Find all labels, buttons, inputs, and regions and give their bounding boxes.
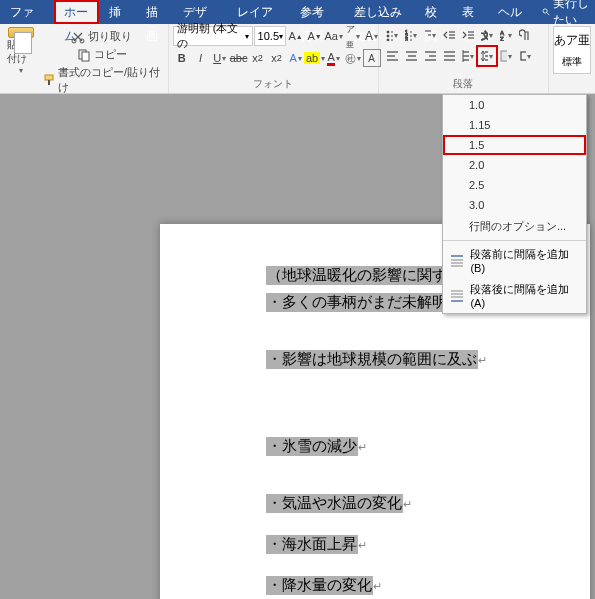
borders-button[interactable] xyxy=(516,47,534,65)
phonetic-guide-button[interactable]: ア亜 xyxy=(344,27,362,45)
svg-rect-7 xyxy=(48,80,50,85)
line-spacing-2.5[interactable]: 2.5 xyxy=(443,175,586,195)
font-family-select[interactable]: 游明朝 (本文の▾ xyxy=(173,26,253,46)
line-spacing-button[interactable] xyxy=(478,47,496,65)
tab-review[interactable]: 校閲 xyxy=(415,0,452,24)
shrink-font-button[interactable]: A▼ xyxy=(306,27,324,45)
align-justify-button[interactable] xyxy=(440,47,458,65)
tab-help[interactable]: ヘルプ xyxy=(488,0,533,24)
line-spacing-1.5[interactable]: 1.5 xyxy=(443,135,586,155)
group-font: 游明朝 (本文の▾ 10.5▾ A▲ A▼ Aa ア亜 A B I U abc … xyxy=(169,24,379,93)
svg-text:3: 3 xyxy=(405,37,408,41)
shading-button[interactable] xyxy=(497,47,515,65)
paste-button[interactable]: 貼り付け xyxy=(4,26,37,76)
svg-text:文: 文 xyxy=(481,30,488,41)
svg-rect-54 xyxy=(501,51,507,61)
add-space-after[interactable]: 段落後に間隔を追加(A) xyxy=(443,278,586,313)
tab-home[interactable]: ホーム xyxy=(54,0,99,24)
format-painter-icon xyxy=(42,73,55,87)
format-painter-button[interactable]: 書式のコピー/貼り付け xyxy=(39,64,163,96)
font-color-button[interactable]: A xyxy=(325,49,343,67)
align-right-button[interactable] xyxy=(421,47,439,65)
line-spacing-dropdown: 1.0 1.15 1.5 2.0 2.5 3.0 行間のオプション... 段落前… xyxy=(442,94,587,314)
tab-mailings[interactable]: 差し込み文書 xyxy=(344,0,415,24)
underline-button[interactable]: U xyxy=(211,49,229,67)
sort-button[interactable]: AZ xyxy=(497,26,515,44)
decrease-indent-button[interactable] xyxy=(440,26,458,44)
svg-line-1 xyxy=(547,13,550,16)
tab-view[interactable]: 表示 xyxy=(452,0,489,24)
bold-button[interactable]: B xyxy=(173,49,191,67)
document-line[interactable]: ・氷雪の減少 xyxy=(266,437,358,456)
svg-point-8 xyxy=(387,31,389,33)
svg-point-0 xyxy=(543,9,547,13)
group-styles: あア亜 標準 xyxy=(549,24,595,93)
space-before-icon xyxy=(449,254,464,268)
align-center-button[interactable] xyxy=(402,47,420,65)
change-case-button[interactable]: Aa xyxy=(325,27,343,45)
document-line[interactable]: ・影響は地球規模の範囲に及ぶ xyxy=(266,350,478,369)
numbering-button[interactable]: 123 xyxy=(402,26,420,44)
svg-point-12 xyxy=(387,39,389,41)
paste-icon xyxy=(8,27,34,38)
group-paragraph: 123 文 AZ 段落 xyxy=(379,24,549,93)
enclose-char-button[interactable]: ㊓ xyxy=(344,49,362,67)
line-spacing-options[interactable]: 行間のオプション... xyxy=(443,215,586,238)
search-icon xyxy=(542,6,550,18)
group-clipboard: 貼り付け 切り取り コピー 書式のコピー/貼り付け クリップボード xyxy=(0,24,169,93)
ribbon-tabs: ファイル ホーム 挿入 描画 デザイン レイアウト 参考資料 差し込み文書 校閲… xyxy=(0,0,595,24)
text-effects-button[interactable]: A xyxy=(287,49,305,67)
bullets-button[interactable] xyxy=(383,26,401,44)
tab-draw[interactable]: 描画 xyxy=(136,0,173,24)
svg-rect-6 xyxy=(45,75,53,80)
highlight-button[interactable]: ab xyxy=(306,49,324,67)
group-label-font: フォント xyxy=(173,75,374,93)
style-normal[interactable]: あア亜 標準 xyxy=(553,26,591,74)
italic-button[interactable]: I xyxy=(192,49,210,67)
document-line[interactable]: ・降水量の変化 xyxy=(266,576,373,595)
cut-icon xyxy=(71,30,85,44)
subscript-button[interactable]: x2 xyxy=(249,49,267,67)
document-area: 1.0 1.15 1.5 2.0 2.5 3.0 行間のオプション... 段落前… xyxy=(0,94,595,599)
add-space-before[interactable]: 段落前に間隔を追加(B) xyxy=(443,243,586,278)
multilevel-list-button[interactable] xyxy=(421,26,439,44)
svg-rect-5 xyxy=(82,52,89,61)
font-size-select[interactable]: 10.5▾ xyxy=(254,26,286,46)
tab-insert[interactable]: 挿入 xyxy=(99,0,136,24)
strikethrough-button[interactable]: abc xyxy=(230,49,248,67)
document-line[interactable]: ・気温や水温の変化 xyxy=(266,494,403,513)
text-direction-button[interactable]: 文 xyxy=(478,26,496,44)
line-spacing-1.0[interactable]: 1.0 xyxy=(443,95,586,115)
line-spacing-2.0[interactable]: 2.0 xyxy=(443,155,586,175)
line-spacing-3.0[interactable]: 3.0 xyxy=(443,195,586,215)
grow-font-button[interactable]: A▲ xyxy=(287,27,305,45)
svg-text:Z: Z xyxy=(500,36,504,41)
tab-file[interactable]: ファイル xyxy=(0,0,54,24)
cut-button[interactable]: 切り取り xyxy=(39,28,163,45)
svg-rect-55 xyxy=(521,52,526,60)
distribute-button[interactable] xyxy=(459,47,477,65)
align-left-button[interactable] xyxy=(383,47,401,65)
space-after-icon xyxy=(449,289,464,303)
copy-button[interactable]: コピー xyxy=(39,46,163,63)
show-marks-button[interactable] xyxy=(516,26,534,44)
tab-references[interactable]: 参考資料 xyxy=(290,0,344,24)
svg-point-10 xyxy=(387,35,389,37)
ribbon: 貼り付け 切り取り コピー 書式のコピー/貼り付け クリップボード xyxy=(0,24,595,94)
increase-indent-button[interactable] xyxy=(459,26,477,44)
superscript-button[interactable]: x2 xyxy=(268,49,286,67)
document-line[interactable]: ・海水面上昇 xyxy=(266,535,358,554)
line-spacing-1.15[interactable]: 1.15 xyxy=(443,115,586,135)
copy-icon xyxy=(77,48,91,62)
group-label-paragraph: 段落 xyxy=(383,75,544,93)
